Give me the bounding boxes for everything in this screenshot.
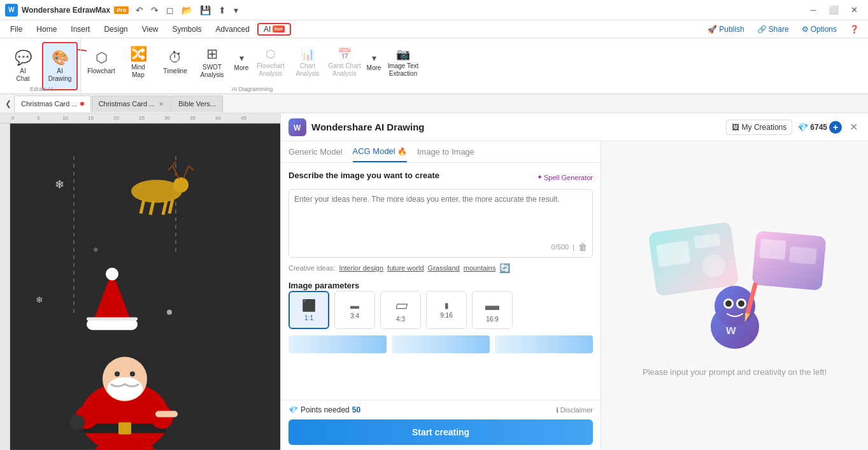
tab-christmas-card-2[interactable]: Christmas Card ... ✕ — [92, 95, 171, 112]
menu-design[interactable]: Design — [97, 24, 134, 35]
tab-acg-model[interactable]: ACG Model 🔥 — [353, 146, 407, 162]
more1-icon: ▾ — [239, 53, 244, 63]
ribbon-section-edraw-ai: 💬 AIChat 🎨 AIDrawing Edraw AI — [3, 38, 81, 94]
points-display: 💎 6745 + — [797, 121, 842, 134]
ai-diagramming-section-label: AI Diagramming — [232, 86, 273, 92]
svg-point-26 — [115, 372, 120, 377]
tab-img2img[interactable]: Image to Image — [417, 147, 474, 162]
flowchart-analysis-icon: ⬡ — [266, 47, 276, 61]
ratio-4-3-label: 4:3 — [396, 316, 405, 323]
share-btn[interactable]: 🔗 Share — [752, 24, 794, 35]
menu-insert[interactable]: Insert — [64, 24, 96, 35]
svg-point-10 — [173, 178, 189, 193]
swot-btn[interactable]: ⊞ SWOTAnalysis — [194, 38, 230, 87]
help-btn[interactable]: ❓ — [844, 24, 864, 35]
flowchart-analysis-btn: ⬡ FlowchartAnalysis — [253, 38, 288, 87]
publish-btn[interactable]: 🚀 Publish — [702, 24, 749, 35]
tab-generic-model[interactable]: Generic Model — [288, 147, 343, 162]
edraw-ai-section-label: Edraw AI — [30, 86, 53, 92]
svg-point-29 — [107, 377, 143, 400]
timeline-btn[interactable]: ⏱ Timeline — [157, 38, 193, 87]
ratio-1-1-btn[interactable]: ⬛ 1:1 — [288, 291, 329, 329]
tab-bible-verse[interactable]: Bible Vers... — [171, 95, 223, 112]
menu-ai[interactable]: AI hot — [257, 23, 291, 36]
prompt-textarea[interactable] — [294, 195, 587, 239]
svg-point-27 — [130, 372, 135, 377]
svg-rect-47 — [759, 239, 786, 260]
menu-home[interactable]: Home — [30, 24, 63, 35]
ratio-4-3-btn[interactable]: ▭ 4:3 — [380, 291, 421, 329]
new-btn[interactable]: ◻ — [163, 4, 177, 17]
ruler-marks-h: 0 5 10 15 20 25 30 35 40 45 — [10, 115, 265, 121]
more2-label: More — [367, 64, 381, 72]
svg-point-6 — [167, 310, 172, 315]
panel-content[interactable]: Describe the image you want to create ✦ … — [281, 163, 601, 400]
export-btn[interactable]: ⬆ — [215, 4, 229, 17]
char-count: 0/500 — [551, 243, 569, 251]
undo-btn[interactable]: ↶ — [132, 4, 146, 17]
svg-rect-23 — [87, 318, 138, 321]
title-bar-left: W Wondershare EdrawMax Pro ↶ ↷ ◻ 📂 💾 ⬆ ▾ — [5, 4, 241, 17]
ratio-9-16-btn[interactable]: ▮ 9:16 — [426, 291, 467, 329]
points-value: 6745 — [810, 123, 827, 132]
menu-advanced[interactable]: Advanced — [210, 24, 256, 35]
close-panel-btn[interactable]: ✕ — [847, 120, 860, 134]
tab-nav-prev[interactable]: ❮ — [3, 99, 14, 108]
delete-text-btn[interactable]: 🗑 — [578, 242, 587, 252]
flowchart-btn[interactable]: ⬡ Flowchart — [83, 38, 119, 87]
tab-christmas-card-1[interactable]: Christmas Card ... — [14, 95, 91, 112]
add-points-btn[interactable]: + — [829, 121, 842, 134]
menu-file[interactable]: File — [4, 24, 29, 35]
spell-icon: ✦ — [537, 173, 543, 181]
ratio-3-4-btn[interactable]: ▬ 3:4 — [334, 291, 375, 329]
save-btn[interactable]: 💾 — [197, 4, 214, 17]
tab-label-2: Christmas Card ... — [99, 100, 155, 108]
mind-map-btn[interactable]: 🔀 MindMap — [120, 38, 156, 87]
svg-point-53 — [725, 300, 732, 307]
panel-body: Generic Model ACG Model 🔥 Image to Image… — [281, 141, 868, 450]
separator: | — [573, 243, 574, 251]
disclaimer-link[interactable]: ℹ Disclaimer — [556, 406, 593, 414]
style-slider[interactable] — [288, 335, 387, 353]
flowchart-label: Flowchart — [87, 67, 115, 75]
ratio-9-16-icon: ▮ — [445, 301, 449, 310]
refresh-ideas-btn[interactable]: 🔄 — [499, 263, 510, 273]
main-area: 0 5 10 15 20 25 30 35 40 45 ❄ ❄ ❄ — [0, 113, 868, 450]
idea-future-world[interactable]: future world — [387, 264, 423, 272]
redo-btn[interactable]: ↷ — [148, 4, 162, 17]
open-btn[interactable]: 📂 — [178, 4, 196, 17]
idea-interior-design[interactable]: Interior design — [339, 264, 383, 272]
options-btn[interactable]: ⚙ Options — [797, 24, 842, 35]
timeline-icon: ⏱ — [168, 50, 182, 66]
svg-rect-31 — [118, 423, 131, 435]
menu-symbols[interactable]: Symbols — [166, 24, 208, 35]
maximize-btn[interactable]: ⬜ — [825, 4, 843, 17]
style-slider-2[interactable] — [392, 335, 490, 353]
ai-chat-icon: 💬 — [15, 50, 32, 66]
svg-point-33 — [69, 415, 85, 430]
more2-btn[interactable]: ▾ More — [364, 38, 384, 87]
idea-mountains[interactable]: mountains — [464, 264, 496, 272]
minimize-btn[interactable]: ─ — [804, 4, 822, 17]
image-text-btn[interactable]: 📷 Image TextExtraction — [385, 38, 421, 87]
svg-rect-43 — [656, 241, 690, 267]
toolbar-icons: ↶ ↷ ◻ 📂 💾 ⬆ ▾ — [132, 4, 241, 17]
idea-grassland[interactable]: Grassland — [428, 264, 460, 272]
my-creations-btn[interactable]: 🖼 My Creations — [726, 120, 793, 135]
ai-drawing-btn[interactable]: 🎨 AIDrawing — [42, 42, 78, 90]
more-toolbar-btn[interactable]: ▾ — [231, 4, 241, 17]
style-slider-3[interactable] — [495, 335, 593, 353]
close-btn[interactable]: ✕ — [845, 4, 863, 17]
canvas-content[interactable]: ❄ ❄ ❄ ❄ · — [10, 123, 280, 450]
panel-right: w Please input your prompt and creativit… — [601, 141, 868, 450]
ai-chat-btn[interactable]: 💬 AIChat — [5, 42, 41, 90]
tab-close-2[interactable]: ✕ — [159, 101, 164, 108]
svg-text:❄: ❄ — [93, 246, 98, 253]
ratio-16-9-btn[interactable]: ▬ 16:9 — [472, 291, 513, 329]
flame-icon: 🔥 — [397, 147, 407, 156]
start-creating-btn[interactable]: Start creating — [288, 419, 593, 445]
spell-generator-link[interactable]: ✦ Spell Generator — [537, 173, 593, 181]
more1-btn[interactable]: ▾ More — [231, 38, 252, 87]
menu-view[interactable]: View — [136, 24, 165, 35]
svg-rect-35 — [155, 411, 178, 418]
